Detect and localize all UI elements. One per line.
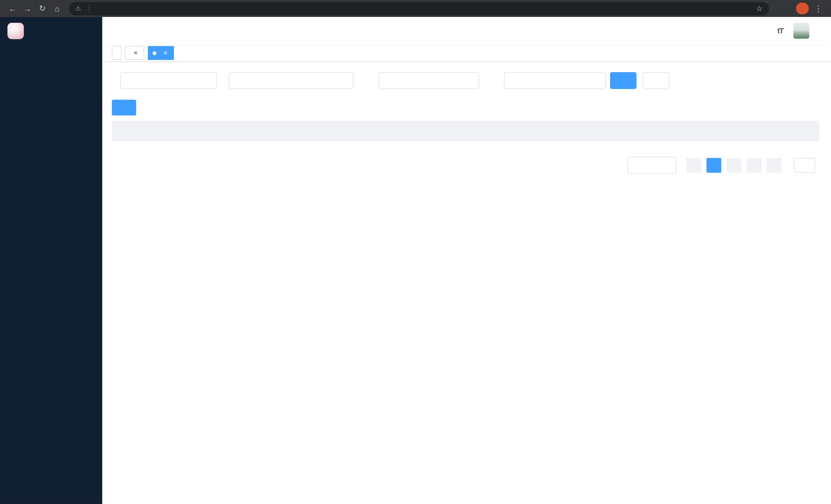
refresh-icon (651, 77, 658, 84)
next-page-button[interactable] (767, 158, 782, 173)
browser-reload-icon[interactable]: ↻ (35, 2, 49, 16)
address-bar[interactable]: ⚠ ☆ (69, 2, 769, 15)
table-toolbar (112, 99, 820, 116)
browser-menu-icon[interactable]: ⋮ (811, 2, 825, 16)
app-root: ← → ↻ ⌂ ⚠ ☆ ⋮ (0, 0, 831, 504)
page-button-3[interactable] (747, 158, 762, 173)
logo-image (7, 23, 24, 39)
app-logo[interactable] (0, 17, 103, 45)
sidebar-collapse-icon[interactable] (111, 26, 120, 35)
reset-button[interactable] (643, 72, 669, 89)
chevron-down-icon (466, 78, 473, 84)
chevron-right-icon (771, 162, 777, 168)
calendar-icon (235, 77, 243, 84)
page-button-1[interactable] (707, 158, 721, 173)
incognito-badge (778, 5, 790, 12)
page-button-2[interactable] (726, 158, 741, 173)
hide-search-icon[interactable] (791, 104, 799, 112)
browser-update-button[interactable] (796, 3, 809, 14)
result-select[interactable] (378, 72, 479, 89)
plus-icon (119, 104, 126, 111)
browser-chrome: ← → ↻ ⌂ ⚠ ☆ ⋮ (0, 0, 831, 17)
github-icon[interactable] (726, 26, 736, 35)
chevron-left-icon (691, 162, 697, 168)
browser-back-icon[interactable]: ← (6, 2, 20, 16)
page-size-select[interactable] (628, 157, 676, 174)
close-icon[interactable]: × (132, 49, 139, 57)
tags-view: × × (103, 45, 831, 62)
browser-forward-icon[interactable]: → (21, 2, 35, 16)
incognito-icon (778, 5, 786, 12)
table-header (112, 121, 820, 141)
user-avatar[interactable] (793, 23, 809, 39)
goto-page-input[interactable] (794, 158, 815, 173)
sidebar (0, 17, 103, 504)
chevron-down-icon (665, 162, 671, 169)
sidebar-menu (0, 45, 103, 504)
close-icon[interactable]: × (162, 49, 169, 57)
navbar-actions: tT (710, 23, 823, 39)
page-content (103, 62, 831, 504)
reason-input[interactable] (504, 72, 606, 89)
search-icon[interactable] (710, 26, 719, 35)
chevron-down-icon (204, 78, 210, 84)
security-chip[interactable]: ⚠ (75, 4, 89, 13)
bookmark-star-icon[interactable]: ☆ (756, 4, 763, 13)
help-icon[interactable] (744, 26, 752, 35)
leave-type-select[interactable] (120, 72, 217, 89)
fullscreen-icon[interactable] (761, 26, 769, 35)
navbar: tT (103, 17, 831, 45)
active-tab-dot (153, 51, 156, 55)
font-size-icon[interactable]: tT (777, 26, 783, 35)
leave-table (112, 121, 820, 141)
filter-form (112, 72, 820, 89)
create-leave-button[interactable] (112, 99, 136, 116)
browser-home-icon[interactable]: ⌂ (50, 2, 64, 16)
warning-icon: ⚠ (75, 5, 81, 12)
apply-time-range-picker[interactable] (229, 72, 353, 89)
pagination (112, 157, 820, 174)
prev-page-button[interactable] (686, 158, 701, 173)
refresh-icon[interactable] (808, 104, 816, 112)
toolbar-right-actions (791, 104, 820, 112)
search-button[interactable] (610, 72, 636, 89)
search-icon (619, 77, 625, 84)
tab-leave-query[interactable]: × (148, 46, 174, 60)
tab-home[interactable] (112, 46, 121, 60)
tab-process-detail[interactable]: × (125, 46, 144, 60)
caret-down-icon[interactable] (817, 28, 823, 33)
